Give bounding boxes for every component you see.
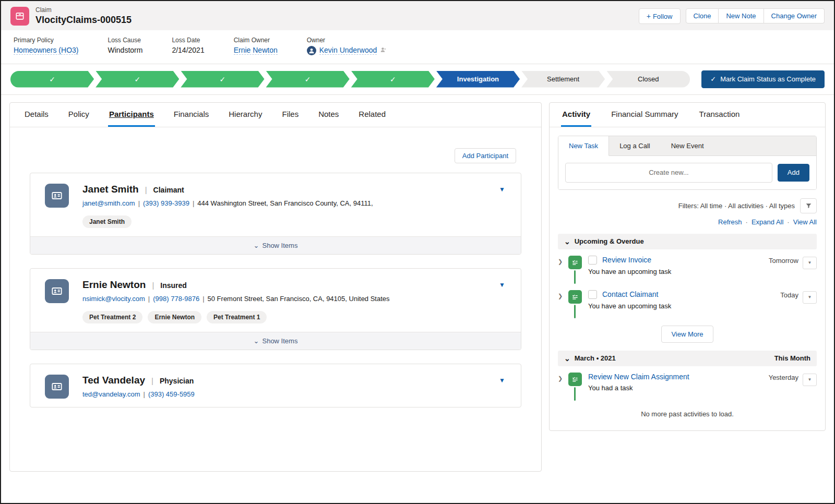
path-stage-1[interactable]: ✓ [10, 71, 94, 88]
task-icon [568, 373, 582, 386]
show-items-button[interactable]: ⌄ Show Items [30, 236, 521, 254]
separator: | [193, 199, 194, 207]
path-stage-4[interactable]: ✓ [266, 71, 350, 88]
task-dropdown-button[interactable]: ▼ [803, 374, 817, 386]
refresh-link[interactable]: Refresh [718, 218, 742, 226]
task-title-link[interactable]: Review New Claim Assignment [588, 373, 689, 381]
section-upcoming-overdue[interactable]: ⌄ Upcoming & Overdue [558, 234, 817, 249]
mark-status-complete-button[interactable]: ✓ Mark Claim Status as Complete [701, 70, 825, 88]
create-new-input[interactable] [565, 163, 772, 183]
tab-related[interactable]: Related [357, 103, 387, 127]
tab-participants[interactable]: Participants [108, 103, 155, 127]
participant-email-link[interactable]: janet@smith.com [82, 199, 135, 207]
participant-tag[interactable]: Pet Treatment 2 [82, 311, 142, 323]
path-stage-5[interactable]: ✓ [351, 71, 435, 88]
tab-new-event[interactable]: New Event [661, 136, 714, 155]
add-participant-button[interactable]: Add Participant [455, 148, 516, 163]
filter-funnel-button[interactable] [800, 198, 817, 213]
tab-financials[interactable]: Financials [173, 103, 210, 127]
owner-link[interactable]: Kevin Underwood [319, 46, 377, 55]
record-tabs: Details Policy Participants Financials H… [10, 103, 541, 127]
tab-policy[interactable]: Policy [67, 103, 90, 127]
task-checkbox[interactable] [588, 256, 597, 265]
path-stage-2[interactable]: ✓ [96, 71, 179, 88]
task-icon [568, 290, 582, 304]
tab-transaction[interactable]: Transaction [698, 103, 741, 127]
view-more-row: View More [550, 326, 825, 343]
participant-main: Janet Smith | Claimant janet@smith.com |… [30, 173, 521, 236]
follow-label: Follow [653, 13, 673, 20]
task-body: Contact Claimant You have an upcoming ta… [588, 290, 780, 318]
task-icon [568, 256, 582, 269]
path-stage-settlement[interactable]: Settlement [521, 71, 605, 88]
check-icon: ✓ [305, 75, 311, 83]
tab-files[interactable]: Files [281, 103, 300, 127]
loss-date-value: 2/14/2021 [172, 46, 204, 54]
check-icon: ✓ [134, 75, 140, 83]
path-stage-closed[interactable]: Closed [606, 71, 690, 88]
expand-task-icon[interactable]: ❯ [558, 256, 568, 284]
field-label: Owner [307, 37, 387, 44]
task-title-link[interactable]: Contact Claimant [602, 290, 658, 298]
participant-tag[interactable]: Janet Smith [82, 215, 132, 228]
participant-tag[interactable]: Pet Treatment 1 [207, 311, 267, 323]
participant-dropdown-button[interactable]: ▼ [495, 375, 509, 386]
section-march-2021[interactable]: ⌄ March • 2021 This Month [558, 351, 817, 366]
participant-main: Ted Vandelay | Physician ted@vandelay.co… [30, 364, 521, 407]
show-items-button[interactable]: ⌄ Show Items [30, 332, 521, 350]
change-owner-button[interactable]: Change Owner [764, 8, 825, 23]
follow-button[interactable]: +Follow [639, 8, 681, 24]
task-description: You have an upcoming task [588, 268, 769, 275]
task-icon-column [568, 373, 588, 401]
tab-details[interactable]: Details [23, 103, 50, 127]
chevron-down-icon: ⌄ [254, 337, 259, 345]
task-title-link[interactable]: Review Invoice [602, 256, 651, 264]
task-checkbox[interactable] [588, 290, 597, 299]
participant-phone-link[interactable]: (393) 939-3939 [143, 199, 189, 207]
participant-card-ernie-newton: Ernie Newton | Insured nsimick@vlocity.c… [30, 268, 521, 350]
check-icon: ✓ [390, 75, 396, 83]
participant-phone-link[interactable]: (393) 459-5959 [148, 390, 195, 398]
tab-financial-summary[interactable]: Financial Summary [610, 103, 679, 127]
add-task-button[interactable]: Add [778, 164, 809, 182]
task-dropdown-button[interactable]: ▼ [803, 291, 817, 304]
tab-activity[interactable]: Activity [561, 103, 591, 127]
participant-name-row: Ernie Newton | Insured [82, 279, 481, 291]
record-header: Claim VlocityClaims-000515 +Follow Clone… [1, 1, 834, 30]
change-owner-icon[interactable] [380, 46, 387, 55]
clone-button[interactable]: Clone [686, 8, 719, 23]
check-icon: ✓ [49, 75, 55, 83]
participant-contact-line: janet@smith.com | (393) 939-3939 | 444 W… [82, 199, 481, 207]
path-stages: ✓ ✓ ✓ ✓ ✓ Investigation Settlement Close… [10, 71, 690, 88]
chevron-down-icon: ⌄ [564, 237, 570, 246]
view-all-link[interactable]: View All [783, 218, 817, 226]
expand-all-link[interactable]: Expand All [742, 218, 784, 226]
separator: | [144, 390, 145, 398]
tab-new-task[interactable]: New Task [558, 136, 609, 156]
task-dropdown-button[interactable]: ▼ [803, 257, 817, 269]
path-stage-investigation[interactable]: Investigation [436, 71, 520, 88]
record-type-label: Claim [35, 6, 132, 14]
path-stage-3[interactable]: ✓ [181, 71, 264, 88]
primary-policy-link[interactable]: Homeowners (HO3) [14, 46, 78, 55]
tab-hierarchy[interactable]: Hierarchy [228, 103, 263, 127]
view-more-button[interactable]: View More [661, 326, 713, 343]
participant-dropdown-button[interactable]: ▼ [495, 184, 509, 195]
page-title: VlocityClaims-000515 [35, 14, 132, 26]
task-row-contact-claimant: ❯ Contact Claimant You have an upcoming … [558, 290, 817, 318]
claim-owner-link[interactable]: Ernie Newton [234, 46, 278, 55]
expand-task-icon[interactable]: ❯ [558, 290, 568, 318]
header-actions: +Follow Clone New Note Change Owner [639, 8, 825, 24]
tab-log-a-call[interactable]: Log a Call [609, 136, 661, 155]
participant-dropdown-button[interactable]: ▼ [495, 279, 509, 291]
participant-email-link[interactable]: nsimick@vlocity.com [82, 295, 145, 303]
record-detail-panel: Details Policy Participants Financials H… [9, 102, 542, 472]
no-more-activities-text: No more past activities to load. [550, 410, 825, 418]
new-note-button[interactable]: New Note [719, 8, 764, 23]
tab-notes[interactable]: Notes [317, 103, 340, 127]
participant-phone-link[interactable]: (998) 778-9876 [153, 295, 199, 303]
participant-email-link[interactable]: ted@vandelay.com [82, 390, 140, 398]
expand-task-icon[interactable]: ❯ [558, 373, 568, 401]
contact-card-icon [45, 375, 69, 399]
participant-tag[interactable]: Ernie Newton [148, 311, 201, 323]
